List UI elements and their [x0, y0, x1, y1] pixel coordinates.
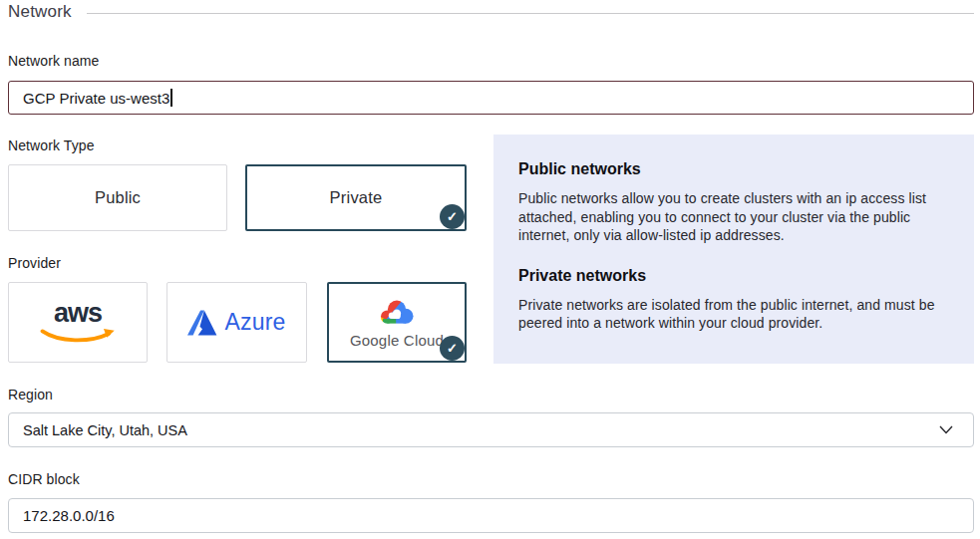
- cidr-block-value: 172.28.0.0/16: [23, 507, 115, 524]
- provider-option-azure[interactable]: Azure ✓: [166, 282, 307, 363]
- cidr-block-label: CIDR block: [8, 471, 80, 487]
- page-title: Network: [8, 2, 72, 22]
- provider-label: Provider: [8, 255, 61, 271]
- google-cloud-logo-icon: Google Cloud: [350, 296, 444, 349]
- google-cloud-wordmark: Google Cloud: [350, 332, 444, 349]
- aws-smile-icon: [40, 328, 116, 345]
- selected-check-icon: ✓: [440, 204, 465, 229]
- text-cursor: [170, 89, 172, 107]
- region-selected-value: Salt Lake City, Utah, USA: [23, 422, 939, 438]
- cidr-block-input[interactable]: 172.28.0.0/16: [8, 498, 974, 533]
- azure-logo-icon: Azure: [187, 309, 285, 337]
- provider-option-aws[interactable]: aws ✓: [8, 282, 148, 363]
- chevron-down-icon: [939, 425, 953, 434]
- network-type-option-private[interactable]: Private ✓: [245, 164, 467, 231]
- info-public-body: Public networks allow you to create clus…: [518, 189, 949, 245]
- info-private-title: Private networks: [518, 267, 949, 285]
- azure-triangle-icon: [187, 309, 217, 337]
- region-select[interactable]: Salt Lake City, Utah, USA: [8, 412, 974, 447]
- network-type-private-label: Private: [330, 188, 383, 207]
- google-cloud-icon: [376, 296, 418, 329]
- aws-wordmark: aws: [54, 300, 102, 327]
- info-public-title: Public networks: [518, 160, 949, 178]
- network-name-value: GCP Private us-west3: [23, 90, 169, 107]
- section-divider: [87, 13, 974, 14]
- selected-check-icon: ✓: [440, 336, 465, 361]
- info-private-body: Private networks are isolated from the p…: [518, 296, 949, 333]
- network-type-label: Network Type: [8, 137, 95, 153]
- network-type-option-public[interactable]: Public ✓: [8, 164, 227, 231]
- network-name-input[interactable]: GCP Private us-west3: [8, 81, 974, 115]
- provider-option-google-cloud[interactable]: Google Cloud ✓: [327, 282, 467, 363]
- network-name-label: Network name: [8, 53, 99, 69]
- azure-wordmark: Azure: [224, 309, 285, 336]
- aws-logo-icon: aws: [40, 300, 116, 345]
- network-type-public-label: Public: [95, 188, 141, 207]
- section-header: Network: [8, 1, 974, 23]
- region-label: Region: [8, 387, 53, 403]
- network-info-panel: Public networks Public networks allow yo…: [493, 135, 974, 364]
